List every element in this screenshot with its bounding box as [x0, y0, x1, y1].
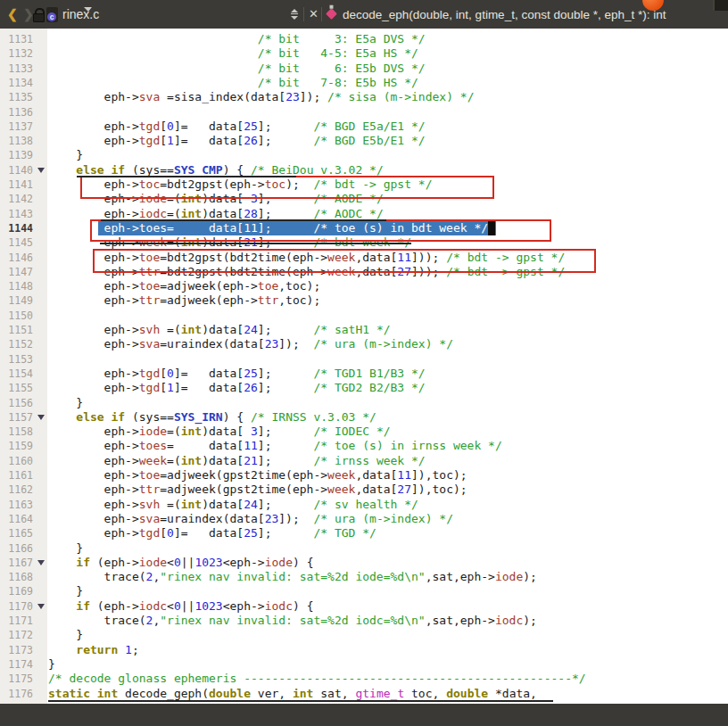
line-number: 1176: [0, 687, 33, 701]
code-line[interactable]: }: [48, 541, 83, 556]
back-icon[interactable]: ❮: [7, 0, 18, 29]
code-line[interactable]: }: [48, 396, 83, 410]
code-line[interactable]: }: [48, 657, 55, 672]
code-line[interactable]: eph->tgd[0]= data[25]; /* TGD1 B1/B3 */: [48, 367, 426, 381]
corner-widget: [713, 0, 728, 11]
line-number: 1156: [0, 396, 33, 410]
code-line[interactable]: eph->ttr=adjweek(eph->ttr,toc);: [48, 293, 320, 308]
line-number: 1172: [0, 628, 33, 642]
file-name-tab[interactable]: rinex.c: [62, 0, 99, 29]
code-line[interactable]: eph->sva=uraindex(data[23]); /* ura (m->…: [48, 337, 453, 351]
line-number: 1135: [0, 90, 33, 104]
code-line[interactable]: eph->toe=adjweek(eph->toe,toc);: [48, 279, 320, 293]
line-number: 1168: [0, 570, 33, 584]
fold-collapse-arrow[interactable]: [37, 560, 45, 565]
line-number: 1171: [0, 614, 33, 628]
forward-icon[interactable]: ❯: [23, 0, 34, 29]
bottom-panel: [0, 704, 728, 726]
code-line[interactable]: }: [48, 148, 83, 162]
code-line[interactable]: eph->tgd[1]= data[26]; /* TGD2 B2/B3 */: [48, 381, 426, 395]
code-line[interactable]: else if (sys==SYS_CMP) { /* BeiDou v.3.0…: [48, 163, 384, 177]
text-cursor: [488, 221, 495, 235]
code-line[interactable]: /* bit 3: E5a DVS */: [48, 32, 426, 46]
code-line[interactable]: }: [48, 628, 83, 642]
line-number: 1170: [0, 599, 33, 614]
code-line[interactable]: eph->week=(int)data[21]; /* irnss week *…: [48, 454, 426, 468]
line-number: 1132: [0, 46, 33, 61]
line-number: 1141: [0, 177, 33, 192]
editor-pane: 1131 /* bit 3: E5a DVS */1132 /* bit 4-5…: [0, 0, 728, 726]
close-icon[interactable]: ✕: [309, 0, 318, 29]
code-line[interactable]: eph->toe=bdt2gpst(bdt2time(eph->week,dat…: [48, 251, 565, 265]
line-number: 1154: [0, 367, 33, 381]
line-number: 1160: [0, 454, 33, 468]
code-line[interactable]: return 1;: [48, 643, 139, 657]
code-line[interactable]: eph->tgd[1]= data[26]; /* BGD E5b/E1 */: [48, 134, 426, 148]
lock-icon: [33, 8, 45, 21]
line-number: 1169: [0, 584, 33, 598]
code-line[interactable]: eph->toc=bdt2gpst(eph->toc); /* bdt -> g…: [48, 177, 433, 192]
code-line[interactable]: eph->sva=uraindex(data[23]); /* ura (m->…: [48, 512, 453, 526]
line-number: 1145: [0, 235, 33, 250]
code-line[interactable]: static int decode_geph(double ver, int s…: [48, 687, 537, 701]
line-number: 1147: [0, 265, 33, 279]
line-number: 1151: [0, 323, 33, 337]
code-line[interactable]: eph->toes= data[11]; /* toe (s) in irnss…: [48, 439, 502, 453]
code-editor-window: 1131 /* bit 3: E5a DVS */1132 /* bit 4-5…: [0, 0, 728, 726]
code-line[interactable]: eph->toes= data[11]; /* toe (s) in bdt w…: [48, 221, 488, 235]
line-number: 1174: [0, 657, 33, 672]
separator: [321, 7, 322, 21]
code-line[interactable]: eph->tgd[0]= data[25]; /* TGD */: [48, 526, 376, 540]
code-line[interactable]: eph->tgd[0]= data[25]; /* BGD E5a/E1 */: [48, 120, 426, 134]
line-number: 1152: [0, 337, 33, 351]
line-number: 1142: [0, 192, 33, 206]
code-line[interactable]: trace(2,"rinex nav invalid: sat=%2d iodc…: [48, 614, 537, 628]
line-number: 1162: [0, 483, 33, 497]
code-line[interactable]: /* bit 7-8: E5b HS */: [48, 76, 418, 90]
code-line[interactable]: eph->iode=(int)data[ 3]; /* AODE */: [48, 192, 384, 206]
line-number: 1164: [0, 512, 33, 526]
code-line[interactable]: eph->ttr=adjweek(gpst2time(eph->week,dat…: [48, 483, 467, 497]
line-number: 1137: [0, 120, 33, 134]
code-line[interactable]: /* bit 4-5: E5a HS */: [48, 46, 418, 61]
code-line[interactable]: eph->ttr=bdt2gpst(bdt2time(eph->week,dat…: [48, 265, 565, 279]
line-number: 1153: [0, 352, 33, 367]
fold-collapse-arrow[interactable]: [37, 168, 45, 173]
line-number: 1155: [0, 381, 33, 395]
code-line[interactable]: eph->svh =(int)data[24]; /* satH1 */: [48, 323, 391, 337]
line-number: 1163: [0, 498, 33, 512]
code-line[interactable]: trace(2,"rinex nav invalid: sat=%2d iode…: [48, 570, 537, 584]
lock-body: [33, 13, 45, 22]
code-line[interactable]: eph->week=(int)data[21]; /* bdt week */: [48, 235, 411, 250]
code-line[interactable]: /* bit 6: E5b DVS */: [48, 62, 426, 76]
code-line[interactable]: eph->iodc=(int)data[28]; /* AODC */: [48, 207, 384, 221]
code-line[interactable]: }: [48, 584, 83, 598]
line-number: 1166: [0, 541, 33, 556]
code-line[interactable]: if (eph->iodc<0||1023<eph->iodc) {: [48, 599, 313, 614]
line-number: 1150: [0, 309, 33, 323]
code-line[interactable]: if (eph->iode<0||1023<eph->iode) {: [48, 556, 313, 570]
fold-collapse-arrow[interactable]: [37, 415, 45, 420]
line-number: 1158: [0, 425, 33, 439]
code-line[interactable]: eph->iode=(int)data[ 3]; /* IODEC */: [48, 425, 391, 439]
code-line[interactable]: else if (sys==SYS_IRN) { /* IRNSS v.3.03…: [48, 410, 376, 425]
code-line[interactable]: eph->svh =(int)data[24]; /* sv health */: [48, 498, 418, 512]
line-number: 1161: [0, 468, 33, 483]
breadcrumb-function-signature[interactable]: decode_eph(double, int, gtime_t, const d…: [343, 0, 666, 29]
line-number: 1143: [0, 207, 33, 221]
code-line[interactable]: eph->sva =sisa_index(data[23]); /* sisa …: [48, 90, 474, 104]
code-line[interactable]: eph->toe=adjweek(gpst2time(eph->week,dat…: [48, 468, 467, 483]
static-decorator: [330, 5, 334, 9]
line-number: 1173: [0, 643, 33, 657]
line-number: 1165: [0, 526, 33, 540]
split-editor-icon[interactable]: [291, 9, 299, 20]
line-number: 1148: [0, 279, 33, 293]
line-number: 1133: [0, 62, 33, 76]
fold-collapse-arrow[interactable]: [37, 604, 45, 609]
arrow-up-icon: [291, 9, 298, 12]
code-line[interactable]: /* decode glonass ephemeris ------------…: [48, 672, 586, 686]
line-number: 1159: [0, 439, 33, 453]
method-diamond-icon: [326, 8, 337, 20]
line-number: 1167: [0, 556, 33, 570]
line-number: 1175: [0, 672, 33, 686]
